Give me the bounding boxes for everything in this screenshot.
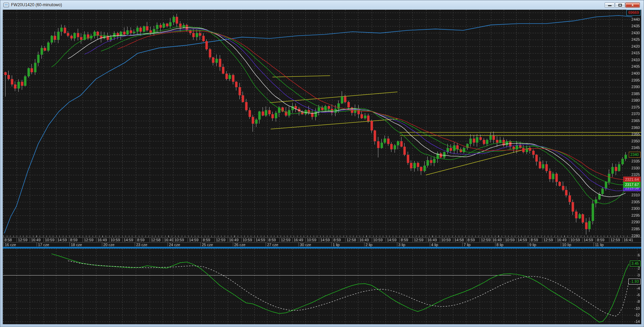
window: FW20U1420 (60-minutowo) x 24402435243024… — [0, 0, 644, 327]
maximize-button[interactable] — [615, 2, 625, 8]
close-icon: x — [626, 3, 640, 7]
maximize-icon — [618, 4, 622, 7]
window-title: FW20U1420 (60-minutowo) — [11, 2, 62, 7]
chart-area: 2440243524302425242024152410240524002395… — [3, 10, 641, 324]
date-axis-divider — [3, 242, 641, 243]
minimize-button[interactable] — [605, 2, 615, 8]
price-chart-canvas[interactable] — [3, 10, 641, 324]
title-bar[interactable]: FW20U1420 (60-minutowo) x — [0, 0, 644, 10]
close-button[interactable]: x — [625, 2, 640, 8]
minimize-icon — [608, 5, 612, 6]
panel-separator[interactable] — [3, 247, 641, 249]
window-icon — [3, 3, 9, 7]
time-axis-divider — [3, 237, 641, 237]
